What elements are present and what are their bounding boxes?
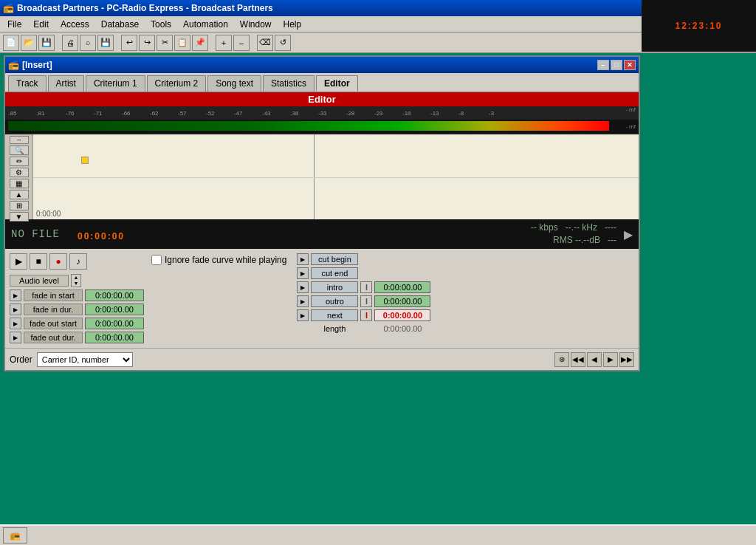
- waveform-canvas[interactable]: 0:00:00: [33, 134, 639, 219]
- fade-in-start-value: 0:00:00.00: [85, 289, 144, 301]
- tb-copy[interactable]: 📋: [174, 35, 190, 51]
- inner-minimize[interactable]: –: [597, 60, 609, 70]
- intro-play[interactable]: ▶: [297, 281, 309, 293]
- tb-minus[interactable]: –: [233, 35, 250, 51]
- tool-select[interactable]: ↔: [10, 136, 29, 144]
- tab-songtext[interactable]: Song text: [207, 75, 261, 92]
- tb-paste[interactable]: 📌: [192, 35, 208, 51]
- misc-button[interactable]: ♪: [69, 253, 87, 270]
- ignore-fade-checkbox[interactable]: [151, 255, 162, 265]
- fade-in-dur-value: 0:00:00.00: [85, 304, 144, 315]
- cut-end-label[interactable]: cut end: [311, 267, 358, 279]
- next-value: 0:00:00.00: [374, 309, 430, 321]
- waveform-time: 0:00:00: [36, 210, 61, 218]
- fade-in-start-play[interactable]: ▶: [10, 289, 21, 301]
- tab-track[interactable]: Track: [8, 75, 47, 92]
- stop-button[interactable]: ■: [30, 253, 47, 270]
- fade-in-dur-row: ▶ fade in dur. 0:00:00.00: [10, 304, 144, 315]
- menu-edit[interactable]: Edit: [27, 18, 55, 31]
- nav-star[interactable]: ⊛: [554, 352, 569, 367]
- order-select[interactable]: Carrier ID, number: [37, 352, 133, 367]
- tb-new[interactable]: 📄: [3, 35, 19, 51]
- audio-level-spinner[interactable]: ▲ ▼: [71, 274, 81, 287]
- clock: 12:23:10: [642, 0, 756, 52]
- intro-label[interactable]: intro: [311, 281, 358, 293]
- nav-next[interactable]: ▶: [603, 352, 618, 367]
- menu-database[interactable]: Database: [95, 18, 145, 31]
- tb-open[interactable]: 📂: [21, 35, 37, 51]
- tool-settings[interactable]: ⚙: [10, 168, 29, 177]
- fade-in-dur-label[interactable]: fade in dur.: [24, 304, 83, 315]
- tb-redo[interactable]: ↪: [139, 35, 155, 51]
- menu-tools[interactable]: Tools: [145, 18, 177, 31]
- outro-marker[interactable]: I: [360, 295, 372, 307]
- nav-last[interactable]: ▶▶: [619, 352, 634, 367]
- taskbar-item[interactable]: 📻: [3, 527, 27, 544]
- tb-plus[interactable]: +: [216, 35, 232, 51]
- nav-arrow[interactable]: ▶: [624, 227, 633, 241]
- nav-first[interactable]: ◀◀: [571, 352, 585, 367]
- menu-access[interactable]: Access: [55, 18, 95, 31]
- tb-save[interactable]: 💾: [38, 35, 55, 51]
- next-label[interactable]: next: [311, 309, 358, 321]
- order-label: Order: [10, 354, 32, 365]
- spinner-down[interactable]: ▼: [72, 281, 80, 287]
- menu-help[interactable]: Help: [278, 18, 308, 31]
- intro-row: ▶ intro I 0:00:00.00: [297, 281, 430, 293]
- tb-undo[interactable]: ↩: [121, 35, 137, 51]
- menu-automation[interactable]: Automation: [177, 18, 234, 31]
- tb-cut[interactable]: ✂: [157, 35, 173, 51]
- fade-out-dur-label[interactable]: fade out dur.: [24, 332, 83, 343]
- nav-prev[interactable]: ◀: [587, 352, 602, 367]
- next-marker[interactable]: I: [360, 309, 372, 321]
- next-play[interactable]: ▶: [297, 309, 309, 321]
- tab-criterium2[interactable]: Criterium 2: [147, 75, 207, 92]
- info-panel: -- kbps --.-- kHz ---- RMS --.--dB ---: [531, 222, 616, 247]
- cut-begin-label[interactable]: cut begin: [311, 253, 358, 265]
- window-title: Broadcast Partners - PC-Radio Express - …: [14, 3, 709, 13]
- outro-label[interactable]: outro: [311, 295, 358, 307]
- vu-scale: -85 -81 -76 -71 -66 -62 -57 -52 -47 -43 …: [5, 106, 639, 120]
- left-panel: ▶ ■ ● ♪ Audio level ▲ ▼ ▶ fade in start …: [10, 253, 144, 343]
- tb-disk[interactable]: 💾: [97, 35, 114, 51]
- rms-extra: ---: [608, 235, 616, 245]
- tab-editor[interactable]: Editor: [316, 75, 358, 92]
- waveform-area: ↔ 🔍 ✏ ⚙ ▦ ▲ ⊞ ▼ 0:00:00: [5, 134, 639, 219]
- tab-criterium1[interactable]: Criterium 1: [86, 75, 145, 92]
- intro-marker[interactable]: I: [360, 281, 372, 293]
- fade-out-dur-play[interactable]: ▶: [10, 332, 21, 343]
- tool-grid[interactable]: ▦: [10, 179, 29, 188]
- fade-out-dur-row: ▶ fade out dur. 0:00:00.00: [10, 332, 144, 343]
- fade-out-start-row: ▶ fade out start 0:00:00.00: [10, 318, 144, 329]
- clock-display: 12:23:10: [675, 21, 722, 31]
- fade-out-start-label[interactable]: fade out start: [24, 318, 83, 329]
- outro-play[interactable]: ▶: [297, 295, 309, 307]
- scroll-up[interactable]: ▲: [10, 190, 29, 199]
- fade-in-dur-play[interactable]: ▶: [10, 304, 21, 315]
- tab-artist[interactable]: Artist: [48, 75, 84, 92]
- tab-statistics[interactable]: Statistics: [263, 75, 315, 92]
- record-button[interactable]: ●: [49, 253, 67, 270]
- tool-extra[interactable]: ⊞: [10, 201, 29, 210]
- spinner-up[interactable]: ▲: [72, 275, 80, 281]
- mid-panel: ▶ cut begin ▶ cut end ▶ intro I 0:00:00.…: [297, 253, 430, 343]
- menu-file[interactable]: File: [1, 18, 27, 31]
- tool-pencil[interactable]: ✏: [10, 157, 29, 166]
- menu-window[interactable]: Window: [234, 18, 278, 31]
- editor-label: Editor: [5, 92, 639, 106]
- inner-close[interactable]: ✕: [624, 60, 636, 70]
- play-button[interactable]: ▶: [10, 253, 27, 270]
- tb-eraser[interactable]: ⌫: [257, 35, 273, 51]
- tb-refresh[interactable]: ↺: [275, 35, 291, 51]
- inner-maximize[interactable]: □: [611, 60, 622, 70]
- taskbar-icon: 📻: [10, 530, 21, 541]
- fade-in-start-label[interactable]: fade in start: [24, 289, 83, 301]
- tb-print[interactable]: 🖨: [62, 35, 78, 51]
- cut-begin-play[interactable]: ▶: [297, 253, 309, 265]
- tb-circle[interactable]: ○: [80, 35, 96, 51]
- cut-end-play[interactable]: ▶: [297, 267, 309, 279]
- tool-zoom-in[interactable]: 🔍: [10, 145, 29, 155]
- ignore-fade-label: Ignore fade curve while playing: [165, 255, 286, 265]
- scroll-down[interactable]: ▼: [10, 212, 29, 222]
- fade-out-start-play[interactable]: ▶: [10, 318, 21, 329]
